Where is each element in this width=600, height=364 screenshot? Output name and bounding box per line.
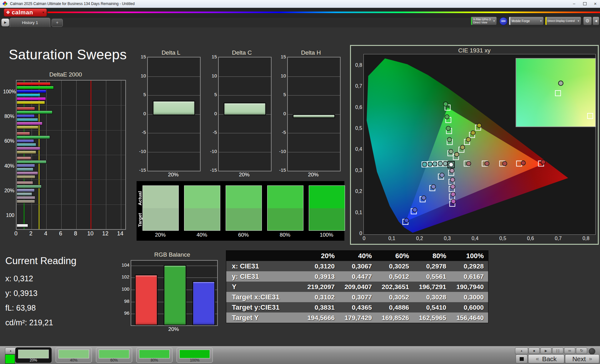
measured-point	[432, 162, 437, 166]
measured-point	[451, 184, 455, 189]
loop-button[interactable]: ↻	[576, 347, 587, 354]
minimize-button[interactable]: –	[569, 1, 579, 7]
calman-app-window: Calman 2025 Calman Ultimate for Business…	[0, 0, 600, 364]
gridline	[219, 76, 271, 77]
sweep-swatch-100%[interactable]: 100%	[177, 347, 213, 363]
history-play-button[interactable]: ▶	[1, 18, 9, 27]
measured-point	[431, 184, 436, 189]
y-tick-label: -15	[206, 167, 217, 173]
table-value: 0,6000	[451, 304, 488, 311]
deltae-bar	[17, 175, 35, 179]
meter-600-badge[interactable]: 600	[499, 17, 508, 25]
y-tick-label: 0,4	[352, 146, 362, 152]
y-tick-label: 98	[120, 298, 129, 304]
y-tick-label: 10	[206, 73, 217, 78]
chart-title: RGB Balance	[125, 251, 219, 258]
calman-menu-button[interactable]: ❖ calman ▼	[4, 8, 47, 17]
measured-point	[467, 161, 471, 166]
meter-label: X-Rite i1Pro 3Direct View	[472, 18, 491, 24]
table-value: 0,5561	[413, 273, 451, 280]
y-tick-label: 10	[135, 73, 146, 78]
table-row: y: CIE310,39130,44770,50120,55610,6167	[226, 271, 488, 282]
sweep-swatch-color	[58, 350, 89, 358]
gridline	[219, 95, 271, 96]
group-separator	[17, 130, 125, 130]
y-tick-label: -5	[206, 130, 217, 135]
source-dropdown[interactable]: Mobile Forge ▼	[509, 17, 544, 25]
swatch-percent-label: 20%	[142, 232, 178, 238]
deltae-bar	[17, 86, 54, 89]
status-indicator-light	[589, 348, 595, 355]
maximize-button[interactable]	[580, 1, 589, 7]
continuous-read-button[interactable]: ∞	[564, 347, 575, 354]
gridline	[288, 152, 340, 152]
mini-plot-area	[218, 57, 272, 171]
x-category-label: 20%	[218, 172, 270, 178]
calman-logo-icon: ❖	[6, 10, 10, 15]
display-control-dropdown[interactable]: Direct Display Control ▼	[545, 17, 581, 25]
reading-y: y: 0,3913	[5, 289, 38, 298]
y-tick-label: 0	[275, 111, 286, 116]
back-button[interactable]: « Back	[528, 354, 564, 363]
sample-window-button[interactable]	[516, 354, 528, 363]
actual-swatch	[184, 186, 220, 208]
measured-point	[413, 208, 417, 212]
y-tick-label: 0	[135, 111, 146, 116]
target-swatch	[309, 208, 345, 231]
table-value: 190,7940	[451, 283, 488, 291]
meter-dropdown[interactable]: X-Rite i1Pro 3Direct View ▼	[471, 17, 497, 25]
sweep-swatch-60%[interactable]: 60%	[96, 347, 132, 363]
group-separator	[17, 155, 125, 155]
swatch-percent-label: 40%	[184, 232, 220, 238]
column-header: 100%	[451, 252, 488, 260]
sweep-swatch-80%[interactable]: 80%	[136, 347, 172, 363]
sweep-swatch-label: 20%	[16, 358, 51, 362]
swatch-percent-label: 80%	[267, 232, 303, 238]
current-reading-title: Current Reading	[5, 255, 76, 267]
play-button[interactable]: ▶	[540, 347, 552, 354]
close-button[interactable]: ×	[591, 1, 600, 7]
deltae-bar	[17, 189, 35, 192]
gear-icon: ⚙	[585, 18, 589, 23]
y-tick-label: -10	[275, 149, 286, 154]
x-category-label: 20%	[131, 326, 217, 332]
settings-button[interactable]: ⚙	[583, 17, 592, 25]
chevron-left-icon: ◀	[595, 19, 597, 22]
sweep-swatch-color	[179, 350, 210, 358]
y-tick-label: 0,3	[352, 168, 362, 173]
row-label: Target Y	[226, 314, 302, 322]
sweep-swatch-20%[interactable]: 20%	[15, 347, 52, 363]
add-tab-button[interactable]: +	[52, 19, 63, 27]
group-separator	[17, 204, 125, 205]
tab-history-1[interactable]: History 1	[10, 18, 50, 27]
table-row: x: CIE310,31200,30670,30250,29780,2928	[226, 261, 488, 271]
x-tick-label: 14	[117, 230, 124, 237]
deltae-bar	[17, 171, 38, 175]
gridline	[148, 95, 200, 96]
read-single-button[interactable]: [·]	[552, 347, 563, 354]
table-value: 179,7429	[339, 314, 376, 322]
measured-point	[541, 160, 545, 164]
collapse-panel-button[interactable]: ◀	[592, 17, 599, 25]
measured-point	[422, 162, 427, 167]
sweep-swatch-40%[interactable]: 40%	[56, 347, 92, 363]
target-swatch	[268, 208, 303, 231]
expand-transport-button[interactable]: ▲	[515, 347, 528, 354]
y-tick-label: 15	[206, 54, 217, 59]
next-button[interactable]: Next »	[565, 354, 599, 363]
bracket-dot-icon: [·]	[557, 349, 559, 352]
y-tick-label: 0,2	[352, 189, 362, 194]
table-value: 0,3102	[302, 293, 339, 301]
table-value: 156,4640	[451, 314, 488, 322]
stop-button[interactable]: ■	[528, 347, 540, 354]
sweep-swatch-color	[18, 350, 49, 358]
y-tick-label: 0,7	[352, 83, 362, 89]
measured-point	[438, 161, 442, 166]
next-button-label: Next	[572, 355, 586, 363]
actual-swatch	[268, 186, 303, 208]
column-header: 40%	[339, 252, 376, 260]
y-tick-label: -10	[206, 149, 217, 154]
y-tick-label: 104	[120, 262, 129, 268]
swatch-column	[142, 185, 179, 231]
table-row: Target Y194,5666179,7429169,8526162,5965…	[226, 312, 488, 323]
